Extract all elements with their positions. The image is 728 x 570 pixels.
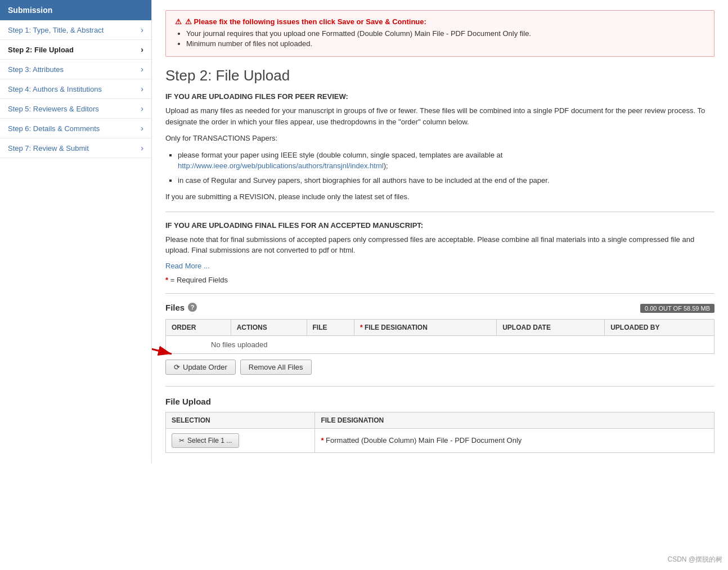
divider-3 <box>165 386 714 387</box>
files-section: Files ? 0.00 OUT OF 58.59 MB ORDER ACTIO… <box>165 303 714 375</box>
peer-review-heading: IF YOU ARE UPLOADING FILES FOR PEER REVI… <box>165 92 714 101</box>
sidebar-item-step7[interactable]: Step 7: Review & Submit › <box>0 138 151 158</box>
select-file-button[interactable]: ✂ Select File 1 ... <box>172 433 239 448</box>
chevron-right-icon: › <box>141 124 143 133</box>
sidebar-title: Submission <box>0 0 151 20</box>
transactions-heading: Only for TRANSACTIONS Papers: <box>165 133 714 144</box>
final-text: Please note that for final submissions o… <box>165 234 714 256</box>
sidebar-item-step6[interactable]: Step 6: Details & Comments › <box>0 119 151 138</box>
chevron-right-icon: › <box>141 143 143 152</box>
upload-cell-designation: * Formatted (Double Column) Main File - … <box>315 428 714 452</box>
col-designation: * FILE DESIGNATION <box>354 319 497 335</box>
sidebar-item-label: Step 6: Details & Comments <box>8 124 100 133</box>
no-files-message: No files uploaded <box>166 335 714 353</box>
designation-text: Formatted (Double Column) Main File - PD… <box>326 436 522 445</box>
revision-text: If you are submitting a REVISION, please… <box>165 191 714 203</box>
divider-2 <box>165 293 714 294</box>
sidebar-item-label: Step 7: Review & Submit <box>8 144 89 152</box>
paperclip-icon: ✂ <box>179 437 185 445</box>
transactions-bullets: please format your paper using IEEE styl… <box>178 150 714 186</box>
table-buttons: ⟳ Update Order Remove All Files <box>165 360 714 375</box>
files-header: Files ? <box>165 303 197 312</box>
file-upload-section: File Upload SELECTION FILE DESIGNATION ✂… <box>165 397 714 453</box>
error-item-2: Minimum number of files not uploaded. <box>186 39 705 48</box>
files-table: ORDER ACTIONS FILE * FILE DESIGNATION UP… <box>165 319 714 354</box>
upload-col-designation: FILE DESIGNATION <box>315 412 714 428</box>
error-list: Your journal requires that you upload on… <box>186 29 705 48</box>
required-note: * = Required Fields <box>165 276 714 284</box>
sidebar-item-step2[interactable]: Step 2: File Upload › <box>0 40 151 60</box>
upload-row-1: ✂ Select File 1 ... * Formatted (Double … <box>166 428 714 452</box>
sidebar-item-step4[interactable]: Step 4: Authors & Institutions › <box>0 79 151 99</box>
bullet-1: please format your paper using IEEE styl… <box>178 150 714 172</box>
divider-1 <box>165 212 714 212</box>
sidebar-item-label: Step 4: Authors & Institutions <box>8 85 102 93</box>
chevron-right-icon: › <box>141 84 143 93</box>
sidebar-item-label: Step 5: Reviewers & Editors <box>8 105 99 113</box>
designation-required-star: * <box>321 436 323 445</box>
required-star: * <box>165 276 168 284</box>
col-upload-date: UPLOAD DATE <box>497 319 605 335</box>
sidebar-item-label: Step 2: File Upload <box>8 46 74 54</box>
svg-line-1 <box>152 336 172 354</box>
col-actions: ACTIONS <box>231 319 307 335</box>
chevron-right-icon: › <box>141 25 143 34</box>
file-upload-title: File Upload <box>165 397 714 406</box>
no-files-row: No files uploaded <box>166 335 714 353</box>
upload-col-selection: SELECTION <box>166 412 315 428</box>
help-icon[interactable]: ? <box>188 303 197 312</box>
page-title: Step 2: File Upload <box>165 67 714 84</box>
upload-cell-select: ✂ Select File 1 ... <box>166 428 315 452</box>
read-more-link[interactable]: Read More ... <box>165 262 210 270</box>
chevron-right-icon: › <box>141 65 143 74</box>
chevron-right-icon: › <box>141 104 143 113</box>
col-file: FILE <box>307 319 354 335</box>
ieee-link[interactable]: http://www.ieee.org/web/publications/aut… <box>178 161 384 170</box>
warning-icon: ⚠ <box>175 17 182 26</box>
table-header-row: ORDER ACTIONS FILE * FILE DESIGNATION UP… <box>166 319 714 335</box>
upload-header-row: SELECTION FILE DESIGNATION <box>166 412 714 428</box>
error-box: ⚠ ⚠ Please fix the following issues then… <box>165 10 714 57</box>
sidebar-item-label: Step 3: Attributes <box>8 65 64 74</box>
error-item-1: Your journal requires that you upload on… <box>186 29 705 38</box>
error-title: ⚠ ⚠ Please fix the following issues then… <box>175 17 705 26</box>
main-content: ⚠ ⚠ Please fix the following issues then… <box>152 0 728 463</box>
peer-review-text: Upload as many files as needed for your … <box>165 105 714 127</box>
refresh-icon: ⟳ <box>174 363 180 371</box>
final-heading: IF YOU ARE UPLOADING FINAL FILES FOR AN … <box>165 221 714 230</box>
chevron-right-icon: › <box>141 45 143 54</box>
upload-table: SELECTION FILE DESIGNATION ✂ Select File… <box>165 412 714 453</box>
files-title: Files <box>165 303 185 312</box>
col-uploaded-by: UPLOADED BY <box>605 319 714 335</box>
sidebar: Submission Step 1: Type, Title, & Abstra… <box>0 0 152 463</box>
sidebar-item-step1[interactable]: Step 1: Type, Title, & Abstract › <box>0 20 151 40</box>
sidebar-item-step5[interactable]: Step 5: Reviewers & Editors › <box>0 99 151 119</box>
red-arrow-icon <box>152 330 183 361</box>
sidebar-item-label: Step 1: Type, Title, & Abstract <box>8 26 104 34</box>
bullet-2: in case of Regular and Survey papers, sh… <box>178 175 714 186</box>
storage-info: 0.00 OUT OF 58.59 MB <box>640 304 714 313</box>
update-order-button[interactable]: ⟳ Update Order <box>165 360 236 375</box>
sidebar-item-step3[interactable]: Step 3: Attributes › <box>0 60 151 79</box>
remove-all-files-button[interactable]: Remove All Files <box>240 360 312 375</box>
